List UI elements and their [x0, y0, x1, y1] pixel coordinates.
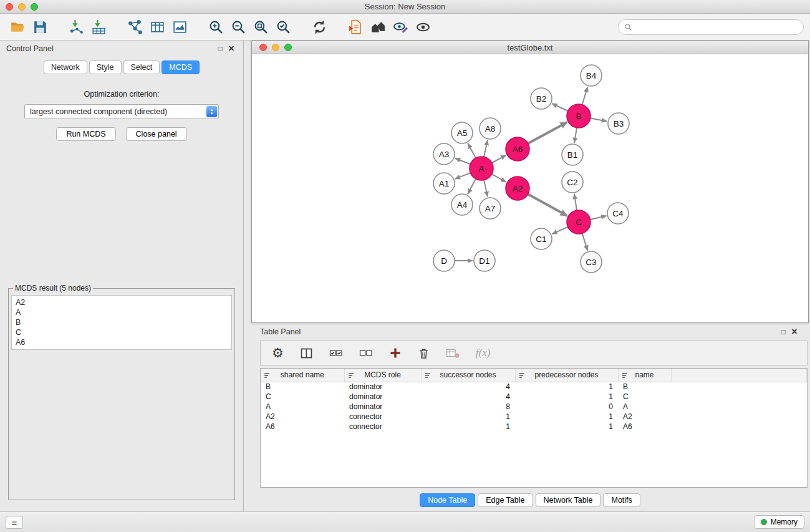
zoom-window-icon[interactable]: [31, 3, 38, 11]
add-column-button[interactable]: [389, 347, 402, 359]
table-cell[interactable]: 4: [421, 392, 515, 402]
zoom-selected-button[interactable]: [272, 16, 294, 38]
graph-node-A[interactable]: A: [470, 157, 493, 180]
table-cell[interactable]: 1: [515, 412, 618, 422]
graph-node-A4[interactable]: A4: [451, 194, 473, 215]
minimize-network-icon[interactable]: [272, 44, 279, 51]
mcds-result-item[interactable]: C: [16, 327, 228, 337]
float-panel-icon[interactable]: □: [215, 44, 226, 53]
new-network-button[interactable]: [123, 16, 146, 38]
new-table-button[interactable]: [146, 16, 168, 38]
table-row[interactable]: C dominator 4 1 C: [261, 392, 807, 402]
table-cell[interactable]: 0: [515, 402, 618, 412]
table-cell[interactable]: A6: [261, 422, 344, 432]
graph-node-A2[interactable]: A2: [506, 177, 529, 200]
table-cell[interactable]: C: [261, 392, 344, 402]
graph-node-A6[interactable]: A6: [506, 137, 529, 161]
save-session-button[interactable]: [29, 16, 51, 38]
refresh-view-button[interactable]: [308, 16, 330, 38]
delete-table-button[interactable]: [446, 347, 460, 359]
mcds-result-item[interactable]: A2: [16, 297, 228, 307]
table-cell[interactable]: dominator: [344, 382, 421, 392]
table-cell[interactable]: A2: [261, 412, 344, 422]
table-cell[interactable]: connector: [344, 412, 421, 422]
graph-node-B3[interactable]: B3: [608, 113, 629, 134]
import-table-button[interactable]: [87, 16, 110, 38]
table-cell[interactable]: 1: [421, 412, 515, 422]
table-row[interactable]: A2 connector 1 1 A2: [261, 412, 807, 422]
tab-mcds[interactable]: MCDS: [162, 60, 200, 74]
graph-node-A7[interactable]: A7: [480, 198, 501, 219]
table-cell[interactable]: dominator: [344, 392, 421, 402]
graph-node-B4[interactable]: B4: [581, 65, 602, 86]
show-columns-button[interactable]: [300, 347, 313, 360]
optimization-criterion-select[interactable]: largest connected component (directed) ▴…: [24, 104, 219, 119]
zoom-out-button[interactable]: [227, 16, 249, 38]
table-cell[interactable]: dominator: [344, 402, 421, 412]
network-canvas[interactable]: B4B2BB3A5A8A6B1A3AC2A1A2A4A7C4CC1C3DD1: [252, 54, 808, 322]
graph-node-A8[interactable]: A8: [480, 118, 501, 139]
table-cell[interactable]: 8: [421, 402, 515, 412]
close-panel-icon[interactable]: ×: [226, 43, 237, 54]
close-network-icon[interactable]: [259, 44, 267, 51]
function-builder-button[interactable]: f(x): [476, 347, 491, 359]
search-input[interactable]: [635, 22, 798, 31]
close-panel-button[interactable]: Close panel: [126, 127, 187, 141]
table-cell[interactable]: 1: [515, 422, 618, 432]
zoom-network-icon[interactable]: [284, 44, 292, 51]
run-mcds-button[interactable]: Run MCDS: [56, 127, 115, 141]
graph-node-B1[interactable]: B1: [562, 144, 583, 165]
graph-node-C2[interactable]: C2: [562, 172, 583, 193]
table-cell[interactable]: B: [261, 382, 344, 392]
table-row[interactable]: A dominator 8 0 A: [261, 402, 807, 412]
unselect-all-button[interactable]: [359, 347, 373, 359]
close-table-panel-icon[interactable]: ×: [789, 326, 800, 337]
mcds-result-item[interactable]: A: [16, 307, 228, 317]
zoom-in-button[interactable]: [205, 16, 227, 38]
task-history-button[interactable]: ≡: [6, 516, 23, 529]
table-cell[interactable]: A: [261, 402, 344, 412]
graph-node-B2[interactable]: B2: [531, 88, 552, 109]
table-row[interactable]: B dominator 4 1 B: [261, 382, 807, 392]
zoom-fit-button[interactable]: [249, 16, 272, 38]
table-cell[interactable]: 1: [421, 422, 515, 432]
graph-node-A3[interactable]: A3: [433, 143, 455, 165]
close-window-icon[interactable]: [6, 3, 13, 11]
float-table-panel-icon[interactable]: □: [778, 327, 789, 336]
open-file-button[interactable]: [6, 16, 29, 38]
delete-column-button[interactable]: [418, 347, 430, 360]
minimize-window-icon[interactable]: [18, 3, 26, 11]
table-cell[interactable]: B: [618, 382, 671, 392]
table-cell[interactable]: A2: [618, 412, 671, 422]
column-header-predecessor-nodes[interactable]: predecessor nodes: [515, 369, 618, 382]
mcds-result-item[interactable]: B: [16, 317, 228, 327]
export-image-button[interactable]: [168, 16, 191, 38]
table-cell[interactable]: 1: [515, 382, 618, 392]
graph-node-B[interactable]: B: [567, 104, 591, 128]
graph-node-C3[interactable]: C3: [581, 251, 602, 273]
select-all-button[interactable]: [329, 347, 343, 359]
table-cell[interactable]: 4: [421, 382, 515, 392]
hide-details-button[interactable]: [389, 16, 412, 38]
graph-node-A5[interactable]: A5: [451, 122, 473, 143]
memory-button[interactable]: Memory: [754, 515, 804, 529]
tab-network[interactable]: Network: [44, 60, 87, 74]
table-cell[interactable]: A6: [618, 422, 671, 432]
network-file-button[interactable]: [344, 16, 367, 38]
column-header-shared-name[interactable]: shared name: [261, 369, 344, 382]
table-row[interactable]: A6 connector 1 1 A6: [261, 422, 807, 432]
graph-node-C[interactable]: C: [567, 210, 591, 234]
table-cell[interactable]: connector: [344, 422, 421, 432]
tab-node-table[interactable]: Node Table: [420, 493, 475, 507]
tab-select[interactable]: Select: [123, 60, 160, 74]
table-cell[interactable]: 1: [515, 392, 618, 402]
tab-network-table[interactable]: Network Table: [536, 493, 601, 507]
home-button[interactable]: [367, 16, 389, 38]
tab-style[interactable]: Style: [89, 60, 122, 74]
table-cell[interactable]: C: [618, 392, 671, 402]
column-header-successor-nodes[interactable]: successor nodes: [421, 369, 515, 382]
graph-node-C4[interactable]: C4: [607, 203, 629, 224]
table-cell[interactable]: A: [618, 402, 671, 412]
import-network-button[interactable]: [65, 16, 87, 38]
table-settings-button[interactable]: ⚙: [272, 346, 284, 360]
